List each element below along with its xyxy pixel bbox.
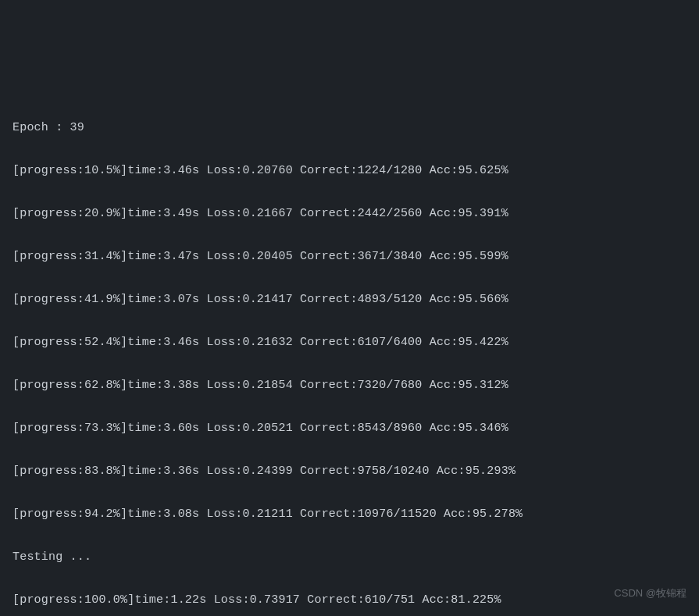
train-progress-line: [progress:41.9%]time:3.07s Loss:0.21417 … xyxy=(12,289,687,311)
train-progress-line: [progress:20.9%]time:3.49s Loss:0.21667 … xyxy=(12,203,687,225)
testing-label: Testing ... xyxy=(12,547,687,568)
train-progress-line: [progress:73.3%]time:3.60s Loss:0.20521 … xyxy=(12,418,687,440)
train-progress-line: [progress:10.5%]time:3.46s Loss:0.20760 … xyxy=(12,160,687,182)
train-progress-line: [progress:52.4%]time:3.46s Loss:0.21632 … xyxy=(12,332,687,354)
terminal-output: Epoch : 39 [progress:10.5%]time:3.46s Lo… xyxy=(12,95,687,616)
train-progress-line: [progress:31.4%]time:3.47s Loss:0.20405 … xyxy=(12,246,687,268)
epoch-header: Epoch : 39 xyxy=(12,117,687,139)
train-progress-line: [progress:83.8%]time:3.36s Loss:0.24399 … xyxy=(12,461,687,482)
test-progress-line: [progress:100.0%]time:1.22s Loss:0.73917… xyxy=(12,589,687,611)
train-progress-line: [progress:94.2%]time:3.08s Loss:0.21211 … xyxy=(12,504,687,525)
train-progress-line: [progress:62.8%]time:3.38s Loss:0.21854 … xyxy=(12,375,687,397)
watermark: CSDN @牧锦程 xyxy=(614,582,687,604)
